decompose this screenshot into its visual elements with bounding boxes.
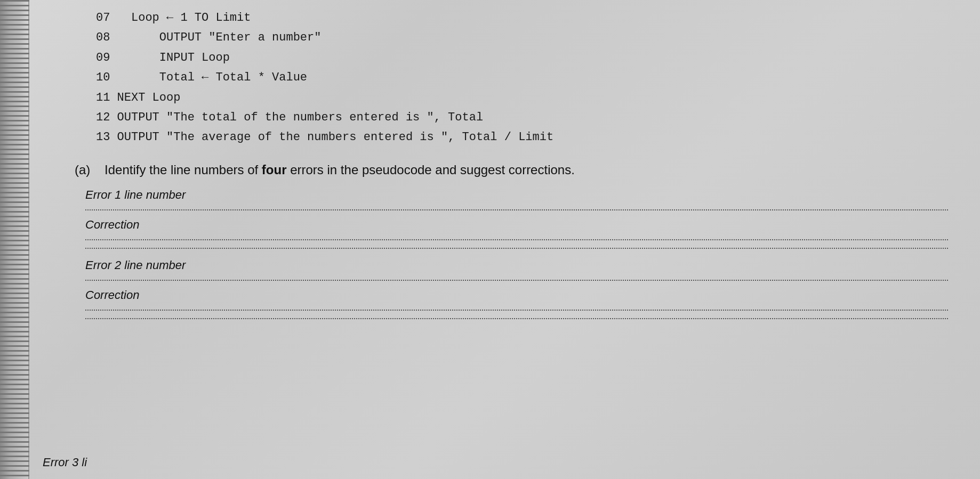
correction-1-label: Correction (85, 218, 948, 232)
correction-1-dotted-line-2 (85, 248, 948, 249)
error-1-block: Error 1 line number Correction (85, 188, 948, 249)
code-line-12: 12 OUTPUT "The total of the numbers ente… (96, 108, 948, 127)
error-1-dotted-line (85, 209, 948, 210)
question-part: (a) (75, 163, 90, 177)
code-line-09: 09 INPUT Loop (96, 48, 948, 68)
correction-2-label: Correction (85, 288, 948, 302)
correction-2-dotted-line (85, 310, 948, 311)
code-text-13: 13 OUTPUT "The average of the numbers en… (96, 127, 553, 147)
error-2-block: Error 2 line number Correction (85, 258, 948, 319)
code-line-11: 11 NEXT Loop (96, 88, 948, 108)
code-line-07: 07 Loop ← 1 TO Limit (96, 8, 948, 28)
correction-2-dotted-line-2 (85, 318, 948, 319)
error-3-partial-label: Error 3 li (43, 456, 87, 469)
correction-1-dotted-line (85, 239, 948, 240)
code-text-08: 08 OUTPUT "Enter a number" (96, 28, 321, 47)
error-2-label: Error 2 line number (85, 258, 948, 272)
code-block: 07 Loop ← 1 TO Limit 08 OUTPUT "Enter a … (96, 8, 948, 148)
error-2-dotted-line (85, 280, 948, 281)
page-content: 07 Loop ← 1 TO Limit 08 OUTPUT "Enter a … (0, 0, 980, 479)
question-bold: four (262, 163, 287, 177)
question-text: Identify the line numbers of four errors… (105, 163, 575, 177)
code-text-10: 10 Total ← Total * Value (96, 68, 307, 87)
error-1-label: Error 1 line number (85, 188, 948, 202)
code-text-09: 09 INPUT Loop (96, 48, 230, 68)
code-line-13: 13 OUTPUT "The average of the numbers en… (96, 127, 948, 147)
question-label: (a) Identify the line numbers of four er… (75, 163, 948, 177)
code-text-12: 12 OUTPUT "The total of the numbers ente… (96, 108, 483, 127)
code-line-08: 08 OUTPUT "Enter a number" (96, 28, 948, 47)
code-line-10: 10 Total ← Total * Value (96, 68, 948, 87)
question-section: (a) Identify the line numbers of four er… (75, 163, 948, 319)
code-text-07: 07 Loop ← 1 TO Limit (96, 8, 251, 28)
code-text-11: 11 NEXT Loop (96, 88, 180, 108)
